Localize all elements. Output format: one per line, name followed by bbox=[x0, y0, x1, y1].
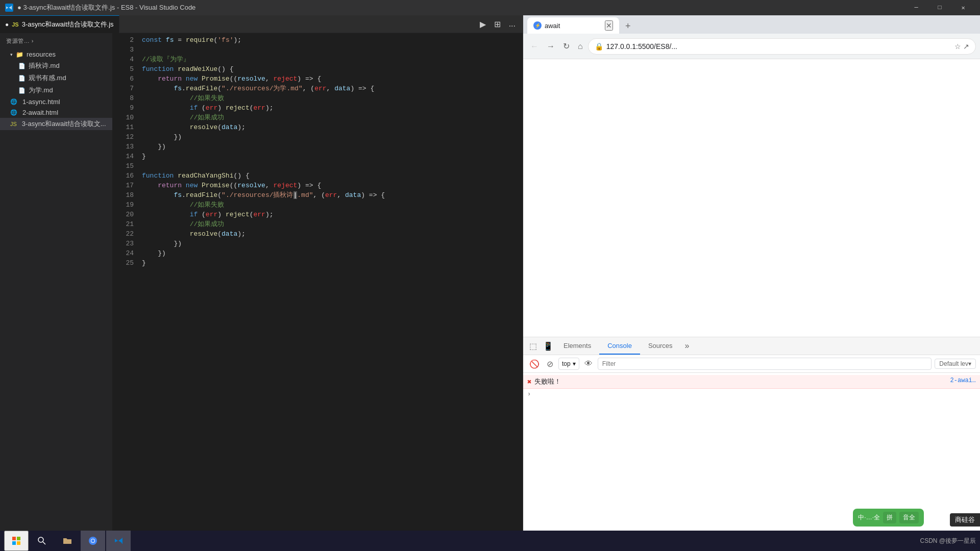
browser-content bbox=[523, 59, 980, 337]
browser-tab-close-button[interactable]: ✕ bbox=[605, 20, 613, 31]
active-tab[interactable]: ● JS 3-async和await结合读取文件.js bbox=[0, 15, 119, 33]
select-element-button[interactable]: ⬚ bbox=[527, 339, 539, 353]
lock-icon: 🔒 bbox=[595, 42, 603, 51]
devtools-tab-elements[interactable]: Elements bbox=[555, 338, 599, 355]
svg-rect-1 bbox=[17, 537, 20, 540]
device-toolbar-button[interactable]: 📱 bbox=[541, 339, 555, 353]
windows-logo-icon bbox=[12, 537, 20, 545]
devtools-more-button[interactable]: » bbox=[683, 339, 692, 353]
svg-point-8 bbox=[91, 539, 94, 542]
sidebar-item-async-html[interactable]: 🌐 1-async.html bbox=[0, 96, 112, 107]
eye-button[interactable]: 👁 bbox=[582, 357, 595, 370]
code-line-18: fs.readFile("./resources/插秋诗|.md", (err,… bbox=[138, 190, 523, 200]
back-button[interactable]: ← bbox=[527, 39, 542, 54]
clear-console-button[interactable]: 🚫 bbox=[527, 357, 542, 371]
sidebar-item-async-await-js[interactable]: JS 3-async和await结合读取文... bbox=[0, 118, 112, 130]
sidebar-file-await-label: 2-await.html bbox=[22, 109, 58, 116]
home-button[interactable]: ⌂ bbox=[575, 39, 586, 54]
tab-js-icon: JS bbox=[12, 21, 18, 28]
star-icon: ☆ bbox=[954, 42, 961, 51]
sidebar-file-chashu-label: 插秋诗.md bbox=[29, 61, 60, 70]
sidebar-header: 资源管… › bbox=[0, 33, 112, 49]
devtools-console-bar: 🚫 ⊘ top ▾ 👁 Default lev▾ bbox=[523, 355, 980, 373]
main-area: ● JS 3-async和await结合读取文件.js ▶ ⊞ ... 资源管…… bbox=[0, 15, 980, 551]
stop-button[interactable]: ⊘ bbox=[545, 357, 555, 371]
browser-tab-await[interactable]: ⚡ await ✕ bbox=[527, 17, 619, 34]
code-line-16: function readChaYangShi() { bbox=[138, 171, 523, 181]
devtools-tab-sources[interactable]: Sources bbox=[640, 338, 681, 355]
line-num-16: 16 bbox=[112, 171, 134, 181]
code-line-13: }) bbox=[138, 142, 523, 152]
error-icon: ✖ bbox=[527, 378, 531, 386]
sidebar: 资源管… › ▾ 📁 resources 📄 插秋诗.md 📄 观书有感.md bbox=[0, 33, 112, 551]
title-bar-left: ● 3-async和await结合读取文件.js - ES8 - Visual … bbox=[5, 3, 195, 12]
code-line-7: fs.readFile("./resources/为学.md", (err, d… bbox=[138, 84, 523, 93]
minimize-button[interactable]: — bbox=[904, 0, 928, 15]
vscode-logo-icon bbox=[5, 4, 13, 12]
code-line-22: resolve(data); bbox=[138, 229, 523, 239]
line-num-20: 20 bbox=[112, 210, 134, 219]
split-editor-button[interactable]: ⊞ bbox=[491, 18, 504, 30]
chrome-taskbar-button[interactable] bbox=[81, 531, 105, 551]
sidebar-item-chashu[interactable]: 📄 插秋诗.md bbox=[0, 60, 112, 72]
ime-button-2[interactable]: 音全 bbox=[899, 512, 919, 523]
file-md-icon-3: 📄 bbox=[18, 87, 26, 94]
address-bar[interactable]: 🔒 127.0.0.1:5500/ES8/... ☆ ↗ bbox=[588, 38, 976, 55]
url-text: 127.0.0.1:5500/ES8/... bbox=[606, 42, 951, 51]
browser-new-tab-button[interactable]: + bbox=[621, 19, 635, 34]
code-line-10: //如果成功 bbox=[138, 113, 523, 122]
code-content[interactable]: const fs = require('fs'); //读取『为学』 funct… bbox=[138, 33, 523, 551]
devtools-icon-buttons: ⬚ 📱 bbox=[527, 339, 555, 353]
chevron-down-icon: ▾ bbox=[10, 52, 13, 57]
favicon-icon: ⚡ bbox=[535, 23, 541, 28]
sidebar-file-guanshu-label: 观书有感.md bbox=[29, 73, 66, 83]
line-num-3: 3 bbox=[112, 45, 134, 55]
code-line-4: //读取『为学』 bbox=[138, 55, 523, 64]
devtools-tab-console[interactable]: Console bbox=[599, 338, 640, 355]
line-numbers: 2 3 4 5 6 7 8 9 10 11 12 13 14 15 16 17 bbox=[112, 33, 138, 551]
sidebar-item-resources[interactable]: ▾ 📁 resources bbox=[0, 49, 112, 60]
line-num-19: 19 bbox=[112, 200, 134, 210]
line-num-13: 13 bbox=[112, 142, 134, 152]
file-explorer-taskbar-button[interactable] bbox=[55, 531, 80, 551]
error-source[interactable]: 2-awai… bbox=[950, 377, 976, 384]
tab-bar: ● JS 3-async和await结合读取文件.js ▶ ⊞ ... bbox=[0, 15, 523, 33]
vscode-panel: ● JS 3-async和await结合读取文件.js ▶ ⊞ ... 资源管…… bbox=[0, 15, 523, 551]
console-filter-input[interactable] bbox=[598, 358, 932, 370]
code-line-9: if (err) reject(err); bbox=[138, 103, 523, 113]
title-bar: ● 3-async和await结合读取文件.js - ES8 - Visual … bbox=[0, 0, 980, 15]
run-button[interactable]: ▶ bbox=[477, 18, 489, 30]
forward-button[interactable]: → bbox=[544, 39, 558, 54]
search-taskbar-button[interactable] bbox=[30, 531, 54, 551]
maximize-button[interactable]: □ bbox=[928, 0, 951, 15]
code-line-6: return new Promise((resolve, reject) => … bbox=[138, 74, 523, 84]
tab-dot: ● bbox=[5, 21, 9, 28]
line-num-5: 5 bbox=[112, 64, 134, 74]
dropdown-arrow-icon: ▾ bbox=[573, 360, 576, 367]
sidebar-item-await-html[interactable]: 🌐 2-await.html bbox=[0, 107, 112, 118]
window-controls: — □ ✕ bbox=[904, 0, 975, 15]
console-expand-row[interactable]: › bbox=[523, 389, 980, 400]
refresh-button[interactable]: ↻ bbox=[560, 38, 573, 54]
start-button[interactable] bbox=[4, 531, 29, 551]
sidebar-item-guanshu[interactable]: 📄 观书有感.md bbox=[0, 72, 112, 84]
sidebar-file-async-await-label: 3-async和await结合读取文... bbox=[22, 119, 106, 129]
sidebar-item-weixue[interactable]: 📄 为学.md bbox=[0, 84, 112, 96]
share-icon: ↗ bbox=[963, 42, 969, 51]
more-actions-button[interactable]: ... bbox=[506, 18, 519, 30]
ime-button-1[interactable]: 拼 bbox=[883, 512, 896, 523]
line-num-18: 18 bbox=[112, 190, 134, 200]
code-line-21: //如果成功 bbox=[138, 219, 523, 229]
code-line-17: return new Promise((resolve, reject) => … bbox=[138, 181, 523, 190]
vscode-taskbar-button[interactable] bbox=[106, 531, 131, 551]
window-title: ● 3-async和await结合读取文件.js - ES8 - Visual … bbox=[17, 3, 195, 12]
error-text: 失败啦！ bbox=[534, 377, 947, 386]
close-button[interactable]: ✕ bbox=[951, 0, 975, 15]
code-line-15 bbox=[138, 161, 523, 171]
code-line-23: }) bbox=[138, 239, 523, 248]
file-html-icon: 🌐 bbox=[10, 98, 17, 105]
context-selector[interactable]: top ▾ bbox=[558, 358, 579, 370]
default-levels-selector[interactable]: Default lev▾ bbox=[935, 359, 976, 369]
code-line-25: } bbox=[138, 258, 523, 268]
code-line-19: //如果失败 bbox=[138, 200, 523, 210]
